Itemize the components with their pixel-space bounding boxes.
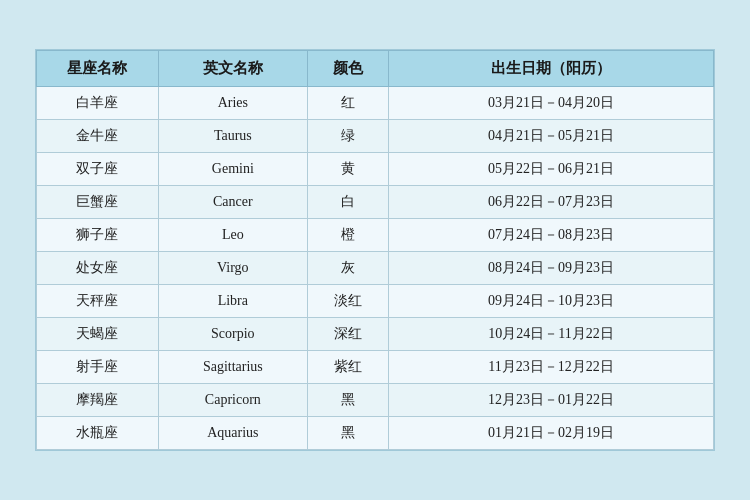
cell-color: 深红 — [307, 318, 388, 351]
table-row: 处女座Virgo灰08月24日－09月23日 — [37, 252, 714, 285]
table-row: 水瓶座Aquarius黑01月21日－02月19日 — [37, 417, 714, 450]
cell-en: Libra — [158, 285, 307, 318]
cell-en: Virgo — [158, 252, 307, 285]
cell-color: 黄 — [307, 153, 388, 186]
header-en-name: 英文名称 — [158, 51, 307, 87]
cell-en: Aries — [158, 87, 307, 120]
cell-date: 06月22日－07月23日 — [389, 186, 714, 219]
cell-color: 灰 — [307, 252, 388, 285]
cell-date: 01月21日－02月19日 — [389, 417, 714, 450]
cell-color: 紫红 — [307, 351, 388, 384]
cell-date: 09月24日－10月23日 — [389, 285, 714, 318]
header-color: 颜色 — [307, 51, 388, 87]
cell-zh: 金牛座 — [37, 120, 159, 153]
cell-date: 05月22日－06月21日 — [389, 153, 714, 186]
cell-color: 红 — [307, 87, 388, 120]
cell-zh: 摩羯座 — [37, 384, 159, 417]
header-zh-name: 星座名称 — [37, 51, 159, 87]
cell-en: Capricorn — [158, 384, 307, 417]
table-row: 双子座Gemini黄05月22日－06月21日 — [37, 153, 714, 186]
table-row: 射手座Sagittarius紫红11月23日－12月22日 — [37, 351, 714, 384]
cell-date: 10月24日－11月22日 — [389, 318, 714, 351]
cell-color: 橙 — [307, 219, 388, 252]
cell-color: 绿 — [307, 120, 388, 153]
cell-date: 11月23日－12月22日 — [389, 351, 714, 384]
cell-zh: 处女座 — [37, 252, 159, 285]
cell-en: Cancer — [158, 186, 307, 219]
cell-en: Leo — [158, 219, 307, 252]
cell-en: Scorpio — [158, 318, 307, 351]
table-row: 狮子座Leo橙07月24日－08月23日 — [37, 219, 714, 252]
cell-zh: 射手座 — [37, 351, 159, 384]
table-body: 白羊座Aries红03月21日－04月20日金牛座Taurus绿04月21日－0… — [37, 87, 714, 450]
table-row: 摩羯座Capricorn黑12月23日－01月22日 — [37, 384, 714, 417]
cell-date: 03月21日－04月20日 — [389, 87, 714, 120]
cell-en: Aquarius — [158, 417, 307, 450]
cell-zh: 天秤座 — [37, 285, 159, 318]
cell-zh: 天蝎座 — [37, 318, 159, 351]
cell-color: 黑 — [307, 384, 388, 417]
cell-color: 黑 — [307, 417, 388, 450]
cell-color: 淡红 — [307, 285, 388, 318]
cell-date: 07月24日－08月23日 — [389, 219, 714, 252]
cell-zh: 白羊座 — [37, 87, 159, 120]
table-row: 巨蟹座Cancer白06月22日－07月23日 — [37, 186, 714, 219]
cell-en: Gemini — [158, 153, 307, 186]
cell-zh: 巨蟹座 — [37, 186, 159, 219]
table-row: 天蝎座Scorpio深红10月24日－11月22日 — [37, 318, 714, 351]
cell-date: 08月24日－09月23日 — [389, 252, 714, 285]
cell-zh: 水瓶座 — [37, 417, 159, 450]
table-header-row: 星座名称 英文名称 颜色 出生日期（阳历） — [37, 51, 714, 87]
cell-en: Sagittarius — [158, 351, 307, 384]
cell-date: 12月23日－01月22日 — [389, 384, 714, 417]
header-date: 出生日期（阳历） — [389, 51, 714, 87]
table-row: 金牛座Taurus绿04月21日－05月21日 — [37, 120, 714, 153]
table-row: 天秤座Libra淡红09月24日－10月23日 — [37, 285, 714, 318]
table-row: 白羊座Aries红03月21日－04月20日 — [37, 87, 714, 120]
cell-color: 白 — [307, 186, 388, 219]
cell-date: 04月21日－05月21日 — [389, 120, 714, 153]
cell-zh: 双子座 — [37, 153, 159, 186]
zodiac-table: 星座名称 英文名称 颜色 出生日期（阳历） 白羊座Aries红03月21日－04… — [36, 50, 714, 450]
zodiac-table-container: 星座名称 英文名称 颜色 出生日期（阳历） 白羊座Aries红03月21日－04… — [35, 49, 715, 451]
cell-en: Taurus — [158, 120, 307, 153]
cell-zh: 狮子座 — [37, 219, 159, 252]
